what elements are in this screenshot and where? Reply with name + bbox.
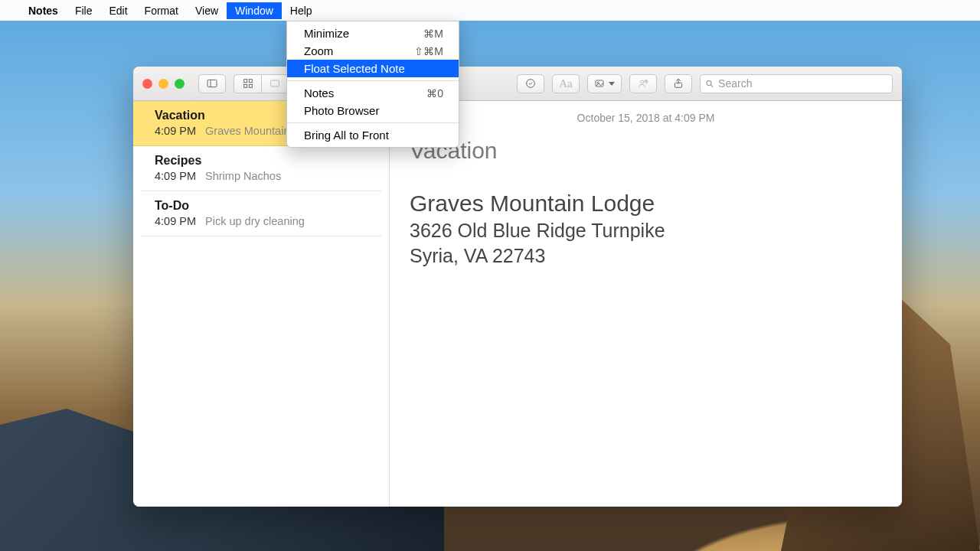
- menubar: Notes File Edit Format View Window Help: [0, 0, 980, 21]
- note-item-title: To-Do: [155, 199, 368, 213]
- traffic-lights: [142, 79, 185, 89]
- view-mode-group: [234, 74, 289, 93]
- menu-item-label: Bring All to Front: [304, 129, 389, 142]
- desktop: Notes File Edit Format View Window Help …: [0, 0, 980, 551]
- menu-item-label: Zoom: [304, 44, 333, 57]
- menu-zoom[interactable]: Zoom ⇧⌘M: [287, 42, 459, 60]
- svg-rect-6: [271, 80, 279, 86]
- notes-window: Aa Vacation 4:09 PM: [133, 67, 902, 507]
- note-item-time: 4:09 PM: [155, 170, 196, 182]
- attachments-view-button[interactable]: [261, 74, 289, 93]
- format-button[interactable]: Aa: [552, 74, 580, 93]
- svg-rect-2: [243, 80, 247, 83]
- add-people-button[interactable]: [629, 74, 657, 93]
- menubar-format[interactable]: Format: [136, 2, 187, 19]
- toggle-sidebar-button[interactable]: [198, 74, 226, 93]
- list-view-button[interactable]: [234, 74, 261, 93]
- menu-item-label: Notes: [304, 86, 334, 99]
- attachment-icon: [269, 77, 281, 90]
- window-menu-dropdown: Minimize ⌘M Zoom ⇧⌘M Float Selected Note…: [286, 21, 459, 148]
- chevron-down-icon: [609, 82, 615, 86]
- menubar-window[interactable]: Window: [227, 2, 282, 19]
- note-item-meta: 4:09 PM Pick up dry cleaning: [155, 215, 368, 227]
- menubar-file[interactable]: File: [67, 2, 101, 19]
- share-icon: [672, 77, 684, 90]
- menu-separator: [287, 122, 459, 123]
- zoom-button[interactable]: [175, 79, 185, 89]
- note-line: Graves Mountain Lodge: [410, 188, 882, 218]
- menu-item-label: Minimize: [304, 27, 349, 40]
- svg-rect-4: [243, 84, 247, 87]
- menu-notes-window[interactable]: Notes ⌘0: [287, 84, 459, 102]
- person-add-icon: [637, 77, 649, 90]
- minimize-button[interactable]: [158, 79, 168, 89]
- close-button[interactable]: [142, 79, 152, 89]
- menu-photo-browser[interactable]: Photo Browser: [287, 102, 459, 119]
- search-field[interactable]: [700, 74, 893, 93]
- menu-bring-all-to-front[interactable]: Bring All to Front: [287, 126, 459, 144]
- format-icon: Aa: [559, 77, 573, 90]
- svg-point-14: [707, 80, 711, 85]
- menu-minimize[interactable]: Minimize ⌘M: [287, 24, 459, 42]
- grid-icon: [242, 77, 254, 90]
- menu-item-shortcut: ⌘0: [426, 87, 443, 99]
- svg-point-11: [641, 80, 644, 83]
- share-button[interactable]: [665, 74, 692, 93]
- menu-item-shortcut: ⇧⌘M: [414, 45, 443, 57]
- menu-item-shortcut: ⌘M: [423, 28, 443, 40]
- note-item-preview: Pick up dry cleaning: [205, 215, 305, 227]
- note-item-time: 4:09 PM: [155, 215, 196, 227]
- notes-list[interactable]: Vacation 4:09 PM Graves Mountain Lodge R…: [133, 101, 390, 507]
- note-title[interactable]: Vacation: [410, 138, 882, 164]
- sidebar-icon: [206, 77, 218, 90]
- note-item-time: 4:09 PM: [155, 125, 196, 137]
- note-item-title: Recipes: [155, 154, 368, 168]
- photo-icon: [594, 77, 606, 90]
- note-item-meta: 4:09 PM Shrimp Nachos: [155, 170, 368, 182]
- menu-separator: [287, 80, 459, 81]
- checklist-icon: [524, 77, 537, 90]
- menu-item-label: Float Selected Note: [304, 62, 405, 75]
- menu-item-label: Photo Browser: [304, 104, 379, 117]
- window-body: Vacation 4:09 PM Graves Mountain Lodge R…: [133, 101, 902, 507]
- note-body[interactable]: Graves Mountain Lodge 3626 Old Blue Ridg…: [410, 188, 882, 268]
- note-date: October 15, 2018 at 4:09 PM: [410, 112, 882, 124]
- checklist-button[interactable]: [517, 74, 544, 93]
- note-list-item[interactable]: Recipes 4:09 PM Shrimp Nachos: [141, 146, 381, 191]
- note-list-item[interactable]: To-Do 4:09 PM Pick up dry cleaning: [141, 191, 381, 236]
- svg-rect-3: [249, 80, 252, 83]
- svg-rect-5: [249, 84, 252, 87]
- note-item-preview: Shrimp Nachos: [205, 170, 281, 182]
- window-titlebar[interactable]: Aa: [133, 67, 902, 101]
- menubar-help[interactable]: Help: [282, 2, 321, 19]
- note-line: 3626 Old Blue Ridge Turnpike: [410, 218, 882, 243]
- search-icon: [705, 79, 714, 89]
- menubar-edit[interactable]: Edit: [100, 2, 136, 19]
- menubar-app[interactable]: Notes: [20, 2, 67, 19]
- note-editor[interactable]: October 15, 2018 at 4:09 PM Vacation Gra…: [390, 101, 902, 507]
- add-media-button[interactable]: [587, 74, 622, 93]
- svg-rect-0: [207, 80, 217, 86]
- search-input[interactable]: [718, 77, 887, 90]
- menu-float-selected-note[interactable]: Float Selected Note: [287, 60, 459, 77]
- note-line: Syria, VA 22743: [410, 243, 882, 269]
- svg-line-15: [711, 85, 714, 87]
- menubar-view[interactable]: View: [187, 2, 227, 19]
